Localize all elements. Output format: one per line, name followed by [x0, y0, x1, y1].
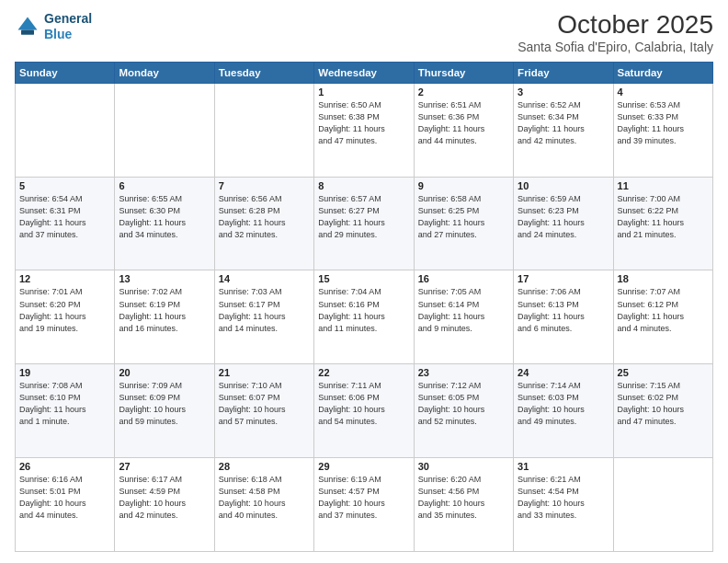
day-number: 16	[418, 273, 509, 284]
week-row-0: 1Sunrise: 6:50 AM Sunset: 6:38 PM Daylig…	[16, 83, 713, 177]
col-header-friday: Friday	[514, 62, 613, 83]
header: General Blue October 2025 Santa Sofia d'…	[15, 11, 713, 54]
calendar-cell: 15Sunrise: 7:04 AM Sunset: 6:16 PM Dayli…	[314, 270, 414, 364]
day-info: Sunrise: 6:55 AM Sunset: 6:30 PM Dayligh…	[119, 193, 210, 241]
day-number: 1	[318, 86, 409, 98]
calendar-cell: 25Sunrise: 7:15 AM Sunset: 6:02 PM Dayli…	[613, 364, 712, 458]
day-info: Sunrise: 7:15 AM Sunset: 6:02 PM Dayligh…	[618, 380, 709, 428]
day-number: 31	[518, 461, 609, 472]
day-info: Sunrise: 7:00 AM Sunset: 6:22 PM Dayligh…	[618, 193, 709, 241]
day-number: 24	[518, 367, 609, 378]
subtitle: Santa Sofia d'Epiro, Calabria, Italy	[518, 40, 713, 54]
day-info: Sunrise: 7:06 AM Sunset: 6:13 PM Dayligh…	[518, 286, 609, 334]
logo-line2: Blue	[44, 27, 92, 42]
calendar-cell	[214, 83, 313, 177]
day-info: Sunrise: 7:02 AM Sunset: 6:19 PM Dayligh…	[119, 286, 210, 334]
svg-rect-1	[21, 29, 34, 34]
day-info: Sunrise: 7:05 AM Sunset: 6:14 PM Dayligh…	[418, 286, 509, 334]
calendar-cell: 5Sunrise: 6:54 AM Sunset: 6:31 PM Daylig…	[16, 177, 115, 270]
calendar-cell: 19Sunrise: 7:08 AM Sunset: 6:10 PM Dayli…	[16, 364, 115, 458]
day-info: Sunrise: 6:20 AM Sunset: 4:56 PM Dayligh…	[418, 474, 509, 522]
col-header-tuesday: Tuesday	[214, 62, 313, 83]
calendar-cell: 26Sunrise: 6:16 AM Sunset: 5:01 PM Dayli…	[16, 458, 115, 552]
day-info: Sunrise: 7:01 AM Sunset: 6:20 PM Dayligh…	[19, 286, 110, 334]
calendar-cell	[613, 458, 712, 552]
day-number: 19	[19, 367, 110, 378]
calendar-cell: 24Sunrise: 7:14 AM Sunset: 6:03 PM Dayli…	[514, 364, 613, 458]
calendar-cell: 3Sunrise: 6:52 AM Sunset: 6:34 PM Daylig…	[514, 83, 613, 177]
calendar-cell: 14Sunrise: 7:03 AM Sunset: 6:17 PM Dayli…	[214, 270, 313, 364]
day-info: Sunrise: 6:57 AM Sunset: 6:27 PM Dayligh…	[318, 193, 409, 241]
day-number: 5	[19, 180, 110, 191]
calendar-cell	[115, 83, 214, 177]
calendar-cell: 28Sunrise: 6:18 AM Sunset: 4:58 PM Dayli…	[214, 458, 313, 552]
calendar-cell: 11Sunrise: 7:00 AM Sunset: 6:22 PM Dayli…	[613, 177, 712, 270]
col-header-wednesday: Wednesday	[314, 62, 414, 83]
title-block: October 2025 Santa Sofia d'Epiro, Calabr…	[518, 11, 713, 54]
day-info: Sunrise: 6:19 AM Sunset: 4:57 PM Dayligh…	[318, 474, 409, 522]
calendar-cell: 23Sunrise: 7:12 AM Sunset: 6:05 PM Dayli…	[414, 364, 513, 458]
day-info: Sunrise: 7:10 AM Sunset: 6:07 PM Dayligh…	[219, 380, 310, 428]
calendar-cell: 1Sunrise: 6:50 AM Sunset: 6:38 PM Daylig…	[314, 83, 414, 177]
day-number: 11	[618, 180, 709, 191]
day-info: Sunrise: 7:12 AM Sunset: 6:05 PM Dayligh…	[418, 380, 509, 428]
logo: General Blue	[15, 11, 92, 42]
calendar-cell: 18Sunrise: 7:07 AM Sunset: 6:12 PM Dayli…	[613, 270, 712, 364]
calendar-cell: 20Sunrise: 7:09 AM Sunset: 6:09 PM Dayli…	[115, 364, 214, 458]
day-number: 18	[618, 273, 709, 284]
day-info: Sunrise: 6:58 AM Sunset: 6:25 PM Dayligh…	[418, 193, 509, 241]
week-row-2: 12Sunrise: 7:01 AM Sunset: 6:20 PM Dayli…	[16, 270, 713, 364]
day-number: 3	[518, 86, 609, 98]
calendar-header-row: SundayMondayTuesdayWednesdayThursdayFrid…	[16, 62, 713, 83]
calendar-cell: 12Sunrise: 7:01 AM Sunset: 6:20 PM Dayli…	[16, 270, 115, 364]
calendar-cell: 21Sunrise: 7:10 AM Sunset: 6:07 PM Dayli…	[214, 364, 313, 458]
day-number: 22	[318, 367, 409, 378]
calendar-table: SundayMondayTuesdayWednesdayThursdayFrid…	[15, 62, 713, 552]
day-info: Sunrise: 6:21 AM Sunset: 4:54 PM Dayligh…	[518, 474, 609, 522]
day-number: 21	[219, 367, 310, 378]
calendar-cell: 8Sunrise: 6:57 AM Sunset: 6:27 PM Daylig…	[314, 177, 414, 270]
main-title: October 2025	[518, 11, 713, 40]
day-info: Sunrise: 6:18 AM Sunset: 4:58 PM Dayligh…	[219, 474, 310, 522]
page: General Blue October 2025 Santa Sofia d'…	[0, 0, 728, 563]
day-info: Sunrise: 6:51 AM Sunset: 6:36 PM Dayligh…	[418, 99, 509, 147]
day-info: Sunrise: 6:52 AM Sunset: 6:34 PM Dayligh…	[518, 99, 609, 147]
day-info: Sunrise: 6:54 AM Sunset: 6:31 PM Dayligh…	[19, 193, 110, 241]
day-number: 28	[219, 461, 310, 472]
day-info: Sunrise: 7:09 AM Sunset: 6:09 PM Dayligh…	[119, 380, 210, 428]
day-number: 14	[219, 273, 310, 284]
day-number: 6	[119, 180, 210, 191]
day-info: Sunrise: 7:08 AM Sunset: 6:10 PM Dayligh…	[19, 380, 110, 428]
day-number: 7	[219, 180, 310, 191]
day-number: 15	[318, 273, 409, 284]
day-number: 9	[418, 180, 509, 191]
calendar-cell: 2Sunrise: 6:51 AM Sunset: 6:36 PM Daylig…	[414, 83, 513, 177]
day-info: Sunrise: 6:53 AM Sunset: 6:33 PM Dayligh…	[618, 99, 709, 147]
week-row-4: 26Sunrise: 6:16 AM Sunset: 5:01 PM Dayli…	[16, 458, 713, 552]
calendar-cell: 6Sunrise: 6:55 AM Sunset: 6:30 PM Daylig…	[115, 177, 214, 270]
day-info: Sunrise: 7:03 AM Sunset: 6:17 PM Dayligh…	[219, 286, 310, 334]
day-number: 25	[618, 367, 709, 378]
day-number: 8	[318, 180, 409, 191]
day-info: Sunrise: 7:07 AM Sunset: 6:12 PM Dayligh…	[618, 286, 709, 334]
col-header-saturday: Saturday	[613, 62, 712, 83]
col-header-thursday: Thursday	[414, 62, 513, 83]
day-number: 23	[418, 367, 509, 378]
day-number: 20	[119, 367, 210, 378]
calendar-cell: 17Sunrise: 7:06 AM Sunset: 6:13 PM Dayli…	[514, 270, 613, 364]
day-info: Sunrise: 6:16 AM Sunset: 5:01 PM Dayligh…	[19, 474, 110, 522]
week-row-3: 19Sunrise: 7:08 AM Sunset: 6:10 PM Dayli…	[16, 364, 713, 458]
calendar-cell: 30Sunrise: 6:20 AM Sunset: 4:56 PM Dayli…	[414, 458, 513, 552]
day-number: 17	[518, 273, 609, 284]
calendar-cell: 16Sunrise: 7:05 AM Sunset: 6:14 PM Dayli…	[414, 270, 513, 364]
calendar-cell: 7Sunrise: 6:56 AM Sunset: 6:28 PM Daylig…	[214, 177, 313, 270]
calendar-cell: 29Sunrise: 6:19 AM Sunset: 4:57 PM Dayli…	[314, 458, 414, 552]
week-row-1: 5Sunrise: 6:54 AM Sunset: 6:31 PM Daylig…	[16, 177, 713, 270]
col-header-monday: Monday	[115, 62, 214, 83]
day-number: 29	[318, 461, 409, 472]
day-number: 4	[618, 86, 709, 98]
col-header-sunday: Sunday	[16, 62, 115, 83]
day-info: Sunrise: 7:11 AM Sunset: 6:06 PM Dayligh…	[318, 380, 409, 428]
day-info: Sunrise: 7:14 AM Sunset: 6:03 PM Dayligh…	[518, 380, 609, 428]
day-info: Sunrise: 6:17 AM Sunset: 4:59 PM Dayligh…	[119, 474, 210, 522]
